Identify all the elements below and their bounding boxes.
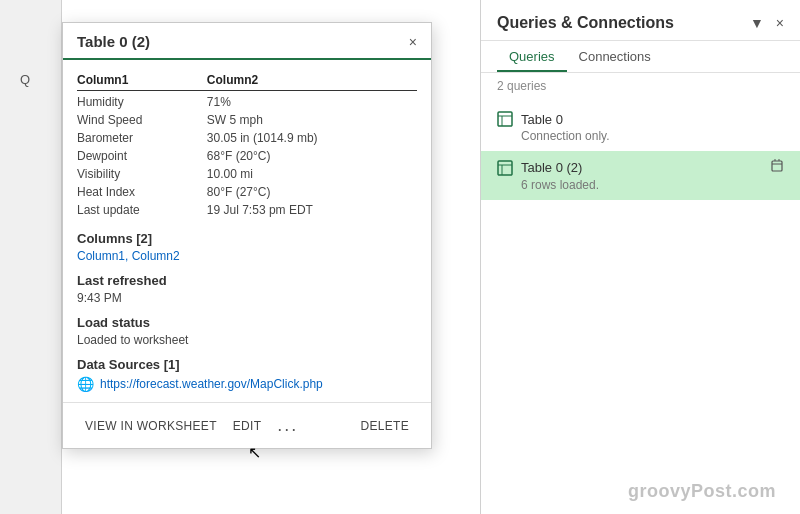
qc-count-label: 2 queries	[481, 73, 800, 99]
qc-pin-icon[interactable]: ▼	[750, 16, 764, 30]
table-cell-col2-1: SW 5 mph	[207, 111, 417, 129]
view-in-worksheet-button[interactable]: VIEW IN WORKSHEET	[77, 413, 225, 439]
data-source-url[interactable]: https://forecast.weather.gov/MapClick.ph…	[100, 377, 323, 391]
qc-tabs: Queries Connections	[481, 41, 800, 73]
edit-button[interactable]: EDIT	[225, 413, 270, 439]
globe-icon: 🌐	[77, 376, 94, 392]
table-cell-col1-6: Last update	[77, 201, 207, 219]
tab-connections[interactable]: Connections	[567, 41, 663, 72]
popup-title: Table 0 (2)	[77, 33, 150, 50]
spreadsheet-q-label: Q	[20, 72, 30, 87]
table-cell-col2-5: 80°F (27°C)	[207, 183, 417, 201]
qc-header-icons: ▼ ×	[750, 16, 784, 30]
table-row: Barometer30.05 in (1014.9 mb)	[77, 129, 417, 147]
popup-card: Table 0 (2) × Column1 Column2 Humidity71…	[62, 22, 432, 449]
qc-item-table0-left: Table 0	[497, 111, 563, 127]
svg-rect-0	[498, 112, 512, 126]
table-cell-col2-3: 68°F (20°C)	[207, 147, 417, 165]
qc-item-table0-2-name: Table 0 (2)	[521, 160, 582, 175]
popup-body: Column1 Column2 Humidity71%Wind SpeedSW …	[63, 60, 431, 402]
table-cell-col1-2: Barometer	[77, 129, 207, 147]
qc-item-table0-2-header: Table 0 (2)	[497, 159, 784, 176]
qc-item-table0-2[interactable]: Table 0 (2) 6 rows loaded.	[481, 151, 800, 200]
last-refreshed-value: 9:43 PM	[77, 291, 417, 305]
table-row: Wind SpeedSW 5 mph	[77, 111, 417, 129]
qc-item-table0-2-action-icon	[770, 159, 784, 176]
qc-item-table0-2-left: Table 0 (2)	[497, 160, 582, 176]
table-cell-col2-2: 30.05 in (1014.9 mb)	[207, 129, 417, 147]
popup-close-button[interactable]: ×	[409, 35, 417, 49]
spreadsheet-row-numbers: Q	[0, 0, 62, 514]
tab-queries[interactable]: Queries	[497, 41, 567, 72]
table-row: Last update19 Jul 7:53 pm EDT	[77, 201, 417, 219]
table-row: Dewpoint68°F (20°C)	[77, 147, 417, 165]
columns-section-title: Columns [2]	[77, 231, 417, 246]
popup-header: Table 0 (2) ×	[63, 23, 431, 60]
qc-item-table0-desc: Connection only.	[521, 129, 784, 143]
more-options-button[interactable]: ...	[269, 411, 306, 440]
table-cell-col1-1: Wind Speed	[77, 111, 207, 129]
popup-data-table: Column1 Column2 Humidity71%Wind SpeedSW …	[77, 70, 417, 219]
qc-item-table0-2-desc: 6 rows loaded.	[521, 178, 784, 192]
svg-rect-3	[498, 161, 512, 175]
table-row: Visibility10.00 mi	[77, 165, 417, 183]
table-cell-col2-0: 71%	[207, 91, 417, 112]
qc-panel-header: Queries & Connections ▼ ×	[481, 0, 800, 41]
qc-item-table0[interactable]: Table 0 Connection only.	[481, 103, 800, 151]
col1-header: Column1	[77, 70, 207, 91]
table-row: Humidity71%	[77, 91, 417, 112]
table-cell-col2-4: 10.00 mi	[207, 165, 417, 183]
columns-link[interactable]: Column1, Column2	[77, 249, 180, 263]
table-cell-col1-4: Visibility	[77, 165, 207, 183]
data-sources-title: Data Sources [1]	[77, 357, 417, 372]
table0-icon	[497, 111, 513, 127]
load-status-title: Load status	[77, 315, 417, 330]
col2-header: Column2	[207, 70, 417, 91]
table-cell-col1-3: Dewpoint	[77, 147, 207, 165]
table-row: Heat Index80°F (27°C)	[77, 183, 417, 201]
table-cell-col1-5: Heat Index	[77, 183, 207, 201]
table-cell-col1-0: Humidity	[77, 91, 207, 112]
svg-rect-6	[772, 161, 782, 171]
table0-2-icon	[497, 160, 513, 176]
qc-items-list: Table 0 Connection only. Table 0 (2)	[481, 99, 800, 514]
qc-item-table0-name: Table 0	[521, 112, 563, 127]
qc-item-table0-header: Table 0	[497, 111, 784, 127]
load-status-value: Loaded to worksheet	[77, 333, 417, 347]
last-refreshed-title: Last refreshed	[77, 273, 417, 288]
qc-close-icon[interactable]: ×	[776, 16, 784, 30]
table-cell-col2-6: 19 Jul 7:53 pm EDT	[207, 201, 417, 219]
queries-connections-panel: Queries & Connections ▼ × Queries Connec…	[480, 0, 800, 514]
data-source-row: 🌐 https://forecast.weather.gov/MapClick.…	[77, 376, 417, 392]
popup-footer: VIEW IN WORKSHEET EDIT ... DELETE	[63, 402, 431, 448]
delete-button[interactable]: DELETE	[353, 413, 417, 439]
qc-panel-title: Queries & Connections	[497, 14, 674, 32]
columns-section-content: Column1, Column2	[77, 249, 417, 263]
